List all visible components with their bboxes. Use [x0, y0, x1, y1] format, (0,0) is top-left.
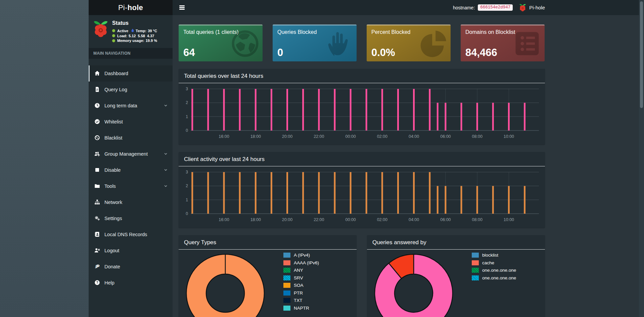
svg-text:18:00: 18:00 [250, 217, 261, 222]
chevron-down-icon [164, 168, 168, 172]
hostname-badge: 666154e2d947 [478, 4, 513, 11]
app-logo[interactable]: Pi-hole [89, 0, 173, 15]
svg-text:1: 1 [186, 198, 188, 202]
sidebar-item-local-dns-records[interactable]: Local DNS Records [89, 226, 173, 243]
card-value: 0.0% [371, 47, 395, 59]
legend-label: A (IPv4) [294, 253, 310, 258]
svg-text:08:00: 08:00 [472, 217, 482, 222]
load-label: Load: [117, 34, 127, 38]
svg-text:08:00: 08:00 [472, 134, 482, 139]
panel-query-types: Query Types A (IPv4)AAAA (IPv6)ANYSRVSOA… [179, 235, 357, 317]
legend-item-one-one-one-one[interactable]: one.one.one.one [472, 275, 516, 280]
temperature-icon [131, 29, 134, 33]
bar-chart-queries_over_24h[interactable]: 16:0018:0020:0022:0000:0002:0004:0006:00… [182, 86, 542, 142]
legend-swatch [472, 260, 479, 265]
logo-text-bold: hole [128, 3, 143, 12]
svg-text:18:00: 18:00 [250, 134, 261, 139]
legend-label: one.one.one.one [482, 275, 516, 280]
top-navbar: hostname: 666154e2d947 Pi-hole [173, 0, 644, 15]
svg-text:2: 2 [186, 100, 188, 105]
legend-label: TXT [294, 298, 303, 303]
sidebar-item-label: Long term data [104, 103, 137, 108]
doughnut-chart-queries_answered_by[interactable] [374, 253, 454, 317]
legend-label: ANY [294, 268, 303, 273]
doughnut-chart-query_types[interactable] [185, 253, 265, 317]
sidebar-toggle-button[interactable] [177, 2, 187, 12]
sidebar-item-long-term-data[interactable]: Long term data [89, 98, 173, 114]
legend-label: SOA [294, 283, 304, 288]
legend-label: SRV [294, 275, 303, 280]
legend-swatch [472, 268, 479, 273]
sidebar-item-donate[interactable]: PPDonate [89, 259, 173, 275]
sidebar-item-label: Query Log [104, 87, 127, 92]
page-scrollbar[interactable] [639, 0, 644, 317]
svg-text:16:00: 16:00 [219, 217, 229, 222]
sidebar-item-group-management[interactable]: Group Management [89, 146, 173, 162]
sidebar-item-blacklist[interactable]: Blacklist [89, 130, 173, 146]
brand-name: Pi-hole [529, 5, 545, 10]
legend-swatch [472, 275, 479, 280]
chevron-down-icon [164, 152, 168, 156]
paypal-icon: PP [94, 264, 100, 269]
svg-text:16:00: 16:00 [219, 134, 229, 139]
sidebar-nav: DashboardQuery LogLong term dataWhitelis… [89, 59, 173, 291]
panel-total-queries: Total queries over last 24 hours 16:0018… [179, 69, 545, 145]
card-value: 84,466 [465, 47, 497, 59]
legend-item-soa[interactable]: SOA [283, 283, 319, 288]
legend-item-one-one-one-one[interactable]: one.one.one.one [472, 268, 516, 273]
legend-item-naptr[interactable]: NAPTR [283, 306, 319, 311]
temp-label: Temp: [136, 29, 146, 33]
sidebar-item-help[interactable]: ?Help [89, 275, 173, 291]
svg-text:02:00: 02:00 [377, 217, 387, 222]
sidebar-item-query-log[interactable]: Query Log [89, 82, 173, 98]
svg-text:3: 3 [186, 170, 188, 174]
card-total-queries-1-clients[interactable]: Total queries (1 clients)64 [179, 24, 263, 61]
sidebar-item-disable[interactable]: Disable [89, 162, 173, 178]
legend-label: NAPTR [294, 306, 309, 311]
sidebar-item-whitelist[interactable]: Whitelist [89, 114, 173, 130]
sidebar-section-label: MAIN NAVIGATION [89, 48, 173, 59]
load-value: 5.12 5.58 4.37 [129, 34, 154, 38]
user-times-icon [94, 248, 100, 253]
status-ok-icon [112, 34, 115, 37]
legend-item-srv[interactable]: SRV [283, 275, 319, 280]
status-heading: Status [112, 20, 157, 26]
sidebar-item-label: Disable [104, 167, 121, 173]
card-value: 64 [183, 47, 195, 59]
svg-text:02:00: 02:00 [377, 134, 387, 139]
pie-chart-icon [418, 28, 449, 59]
legend-item-aaaa-ipv6[interactable]: AAAA (IPv6) [283, 260, 319, 265]
question-icon: ? [94, 280, 100, 285]
ban-icon [94, 135, 100, 141]
bar-chart-clients_over_24h[interactable]: 16:0018:0020:0022:0000:0002:0004:0006:00… [182, 169, 542, 225]
svg-text:04:00: 04:00 [409, 217, 419, 222]
card-domains-on-blocklist[interactable]: Domains on Blocklist84,466 [461, 24, 545, 61]
hand-icon [324, 28, 355, 59]
legend-item-any[interactable]: ANY [283, 268, 319, 273]
list-icon [512, 28, 543, 59]
card-queries-blocked[interactable]: Queries Blocked0 [273, 24, 357, 61]
legend-item-a-ipv4[interactable]: A (IPv4) [283, 253, 319, 258]
answered-by-legend: blocklistcacheone.one.one.oneone.one.one… [472, 253, 516, 283]
file-icon [94, 87, 100, 92]
legend-item-blocklist[interactable]: blocklist [472, 253, 516, 258]
sidebar-item-dashboard[interactable]: Dashboard [89, 65, 173, 82]
card-percent-blocked[interactable]: Percent Blocked0.0% [367, 24, 451, 61]
sidebar-item-network[interactable]: Network [89, 194, 173, 210]
legend-swatch [283, 298, 290, 303]
status-active-row: Active Temp: 39 °C [112, 29, 157, 33]
legend-item-txt[interactable]: TXT [283, 298, 319, 303]
logo-text-light: Pi- [118, 3, 128, 12]
sidebar-item-settings[interactable]: Settings [89, 210, 173, 226]
sidebar-item-label: Logout [104, 248, 119, 253]
card-value: 0 [277, 47, 283, 59]
sidebar-item-label: Tools [104, 183, 116, 189]
svg-text:04:00: 04:00 [409, 134, 419, 139]
legend-item-ptr[interactable]: PTR [283, 290, 319, 296]
sidebar-item-tools[interactable]: Tools [89, 178, 173, 194]
legend-label: one.one.one.one [482, 268, 516, 273]
sidebar-item-logout[interactable]: Logout [89, 243, 173, 259]
raspberry-icon [519, 3, 526, 12]
scrollbar-thumb[interactable] [640, 1, 643, 108]
legend-item-cache[interactable]: cache [472, 260, 516, 265]
